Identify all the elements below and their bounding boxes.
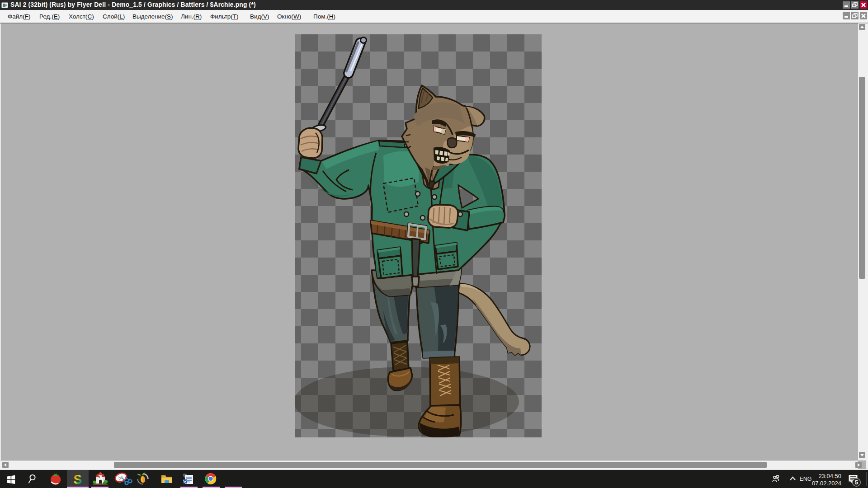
svg-text:ENG: ENG [799,476,811,482]
svg-text:S: S [73,472,82,487]
svg-text:23:04:50: 23:04:50 [818,473,841,479]
svg-text:5: 5 [855,479,858,486]
svg-text:07.02.2024: 07.02.2024 [812,480,841,487]
